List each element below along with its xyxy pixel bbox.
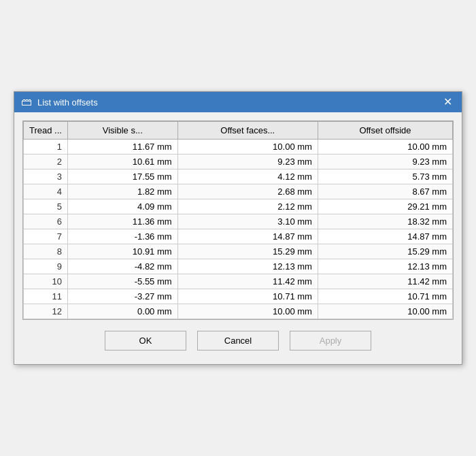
cell-visible: 1.82 mm bbox=[67, 184, 177, 199]
cell-tread: 2 bbox=[24, 154, 68, 169]
cell-offset-faces: 15.29 mm bbox=[177, 244, 318, 259]
cell-offset-offside: 9.23 mm bbox=[318, 154, 452, 169]
dialog-title: List with offsets bbox=[37, 97, 98, 108]
cell-offset-faces: 4.12 mm bbox=[177, 169, 318, 184]
cell-tread: 1 bbox=[24, 140, 68, 154]
table-row: 7-1.36 mm14.87 mm14.87 mm bbox=[24, 229, 453, 244]
cell-visible: -4.82 mm bbox=[67, 259, 177, 274]
cell-offset-offside: 29.21 mm bbox=[318, 199, 452, 214]
table-row: 11-3.27 mm10.71 mm10.71 mm bbox=[24, 289, 453, 304]
cell-visible: 4.09 mm bbox=[67, 199, 177, 214]
cell-offset-offside: 11.42 mm bbox=[318, 274, 452, 289]
cell-offset-offside: 10.71 mm bbox=[318, 289, 452, 304]
cell-offset-offside: 14.87 mm bbox=[318, 229, 452, 244]
cell-visible: 11.67 mm bbox=[67, 140, 177, 154]
title-bar-left: 🗃 List with offsets bbox=[21, 96, 98, 108]
cell-offset-faces: 14.87 mm bbox=[177, 229, 318, 244]
cell-offset-faces: 2.68 mm bbox=[177, 184, 318, 199]
cell-tread: 12 bbox=[24, 304, 68, 319]
ok-button[interactable]: OK bbox=[105, 331, 186, 351]
col-header-visible: Visible s... bbox=[67, 122, 177, 140]
cell-visible: -3.27 mm bbox=[67, 289, 177, 304]
col-header-offset-faces: Offset faces... bbox=[177, 122, 318, 140]
dialog-icon: 🗃 bbox=[21, 96, 32, 108]
cell-visible: 11.36 mm bbox=[67, 214, 177, 229]
table-row: 611.36 mm3.10 mm18.32 mm bbox=[24, 214, 453, 229]
close-button[interactable]: ✕ bbox=[441, 97, 455, 108]
cell-offset-faces: 11.42 mm bbox=[177, 274, 318, 289]
table-row: 54.09 mm2.12 mm29.21 mm bbox=[24, 199, 453, 214]
table-row: 9-4.82 mm12.13 mm12.13 mm bbox=[24, 259, 453, 274]
cell-tread: 8 bbox=[24, 244, 68, 259]
cell-offset-offside: 10.00 mm bbox=[318, 140, 452, 154]
cell-offset-offside: 18.32 mm bbox=[318, 214, 452, 229]
cell-visible: 10.61 mm bbox=[67, 154, 177, 169]
cell-visible: 0.00 mm bbox=[67, 304, 177, 319]
dialog-body: Tread ... Visible s... Offset faces... O… bbox=[14, 112, 462, 364]
cell-tread: 10 bbox=[24, 274, 68, 289]
cell-tread: 6 bbox=[24, 214, 68, 229]
cell-offset-offside: 8.67 mm bbox=[318, 184, 452, 199]
col-header-tread: Tread ... bbox=[24, 122, 68, 140]
cell-offset-faces: 2.12 mm bbox=[177, 199, 318, 214]
table-row: 41.82 mm2.68 mm8.67 mm bbox=[24, 184, 453, 199]
apply-button[interactable]: Apply bbox=[290, 331, 371, 351]
cell-tread: 7 bbox=[24, 229, 68, 244]
cell-offset-faces: 9.23 mm bbox=[177, 154, 318, 169]
col-header-offset-offside: Offset offside bbox=[318, 122, 452, 140]
cell-offset-offside: 10.00 mm bbox=[318, 304, 452, 319]
title-bar: 🗃 List with offsets ✕ bbox=[14, 92, 462, 112]
cell-tread: 11 bbox=[24, 289, 68, 304]
cell-offset-offside: 5.73 mm bbox=[318, 169, 452, 184]
table-row: 317.55 mm4.12 mm5.73 mm bbox=[24, 169, 453, 184]
cell-offset-offside: 15.29 mm bbox=[318, 244, 452, 259]
table-header-row: Tread ... Visible s... Offset faces... O… bbox=[24, 122, 453, 140]
cell-tread: 4 bbox=[24, 184, 68, 199]
cell-visible: 17.55 mm bbox=[67, 169, 177, 184]
table-row: 111.67 mm10.00 mm10.00 mm bbox=[24, 140, 453, 154]
table-row: 210.61 mm9.23 mm9.23 mm bbox=[24, 154, 453, 169]
data-table: Tread ... Visible s... Offset faces... O… bbox=[23, 121, 453, 319]
table-container: Tread ... Visible s... Offset faces... O… bbox=[22, 120, 454, 320]
cell-tread: 5 bbox=[24, 199, 68, 214]
cell-visible: 10.91 mm bbox=[67, 244, 177, 259]
button-row: OK Cancel Apply bbox=[22, 320, 454, 359]
cell-tread: 3 bbox=[24, 169, 68, 184]
cell-offset-faces: 12.13 mm bbox=[177, 259, 318, 274]
cell-offset-faces: 3.10 mm bbox=[177, 214, 318, 229]
cancel-button[interactable]: Cancel bbox=[197, 331, 279, 351]
cell-visible: -1.36 mm bbox=[67, 229, 177, 244]
cell-visible: -5.55 mm bbox=[67, 274, 177, 289]
cell-offset-faces: 10.00 mm bbox=[177, 140, 318, 154]
cell-offset-offside: 12.13 mm bbox=[318, 259, 452, 274]
cell-offset-faces: 10.00 mm bbox=[177, 304, 318, 319]
cell-tread: 9 bbox=[24, 259, 68, 274]
dialog-window: 🗃 List with offsets ✕ Tread ... Visible … bbox=[14, 91, 462, 365]
cell-offset-faces: 10.71 mm bbox=[177, 289, 318, 304]
table-row: 10-5.55 mm11.42 mm11.42 mm bbox=[24, 274, 453, 289]
table-row: 120.00 mm10.00 mm10.00 mm bbox=[24, 304, 453, 319]
table-row: 810.91 mm15.29 mm15.29 mm bbox=[24, 244, 453, 259]
